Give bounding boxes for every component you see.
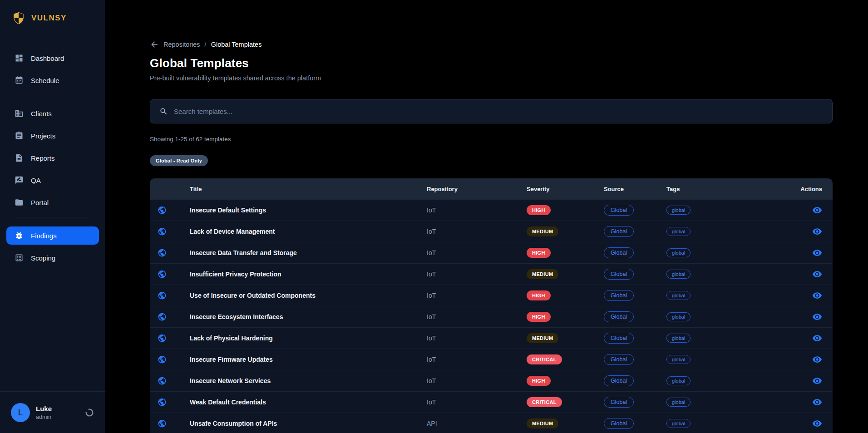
source-badge: Global [604, 290, 634, 301]
sidebar-item-label: Scoping [31, 254, 55, 262]
sidebar-item-reports[interactable]: Reports [6, 149, 99, 167]
page-subtitle: Pre-built vulnerability templates shared… [150, 74, 833, 82]
globe-icon [158, 206, 167, 215]
sidebar-item-qa[interactable]: QA [6, 171, 99, 189]
chat-edit-icon [15, 176, 24, 185]
table-row[interactable]: Use of Insecure or Outdated Components I… [150, 285, 833, 306]
table-row[interactable]: Insecure Firmware Updates IoT CRITICAL G… [150, 349, 833, 370]
table-row[interactable]: Weak Default Credentials IoT CRITICAL Gl… [150, 391, 833, 413]
table-row[interactable]: Insecure Data Transfer and Storage IoT H… [150, 242, 833, 263]
template-repository: IoT [427, 271, 527, 278]
template-title[interactable]: Insecure Data Transfer and Storage [190, 249, 427, 256]
globe-icon [158, 419, 167, 428]
view-icon[interactable] [812, 397, 822, 407]
view-icon[interactable] [812, 354, 822, 364]
spinner-icon [84, 408, 94, 418]
severity-badge: HIGH [527, 248, 551, 258]
list-icon [15, 253, 24, 262]
source-badge: Global [604, 375, 634, 386]
sidebar-item-projects[interactable]: Projects [6, 127, 99, 145]
app-logo: VULNSY [0, 0, 105, 36]
severity-badge: CRITICAL [527, 397, 562, 407]
sidebar-item-dashboard[interactable]: Dashboard [6, 49, 99, 67]
column-header-repository: Repository [427, 186, 527, 192]
view-icon[interactable] [812, 312, 822, 322]
breadcrumb-repositories[interactable]: Repositories [163, 41, 200, 48]
template-title[interactable]: Insecure Default Settings [190, 207, 427, 214]
search-icon [159, 107, 168, 116]
column-header-severity: Severity [527, 186, 604, 192]
view-icon[interactable] [812, 290, 822, 300]
table-body: Insecure Default Settings IoT HIGH Globa… [150, 199, 833, 433]
table-row[interactable]: Insecure Default Settings IoT HIGH Globa… [150, 199, 833, 221]
folder-icon [15, 198, 24, 207]
globe-icon [158, 376, 167, 385]
view-icon[interactable] [812, 248, 822, 258]
table-row[interactable]: Insecure Network Services IoT HIGH Globa… [150, 370, 833, 391]
table-row[interactable]: Unsafe Consumption of APIs API MEDIUM Gl… [150, 413, 833, 433]
sidebar-item-label: Clients [31, 110, 52, 118]
nav-divider [14, 217, 92, 217]
source-badge: Global [604, 418, 634, 429]
template-title[interactable]: Lack of Physical Hardening [190, 335, 427, 342]
template-title[interactable]: Insecure Network Services [190, 377, 427, 384]
view-icon[interactable] [812, 418, 822, 428]
building-icon [15, 109, 24, 118]
sidebar: VULNSY Dashboard Schedule Clients Projec… [0, 0, 105, 433]
tag-badge: global [666, 312, 690, 321]
template-title[interactable]: Use of Insecure or Outdated Components [190, 292, 427, 299]
globe-icon [158, 227, 167, 236]
tag-badge: global [666, 334, 690, 343]
table-row[interactable]: Lack of Physical Hardening IoT MEDIUM Gl… [150, 327, 833, 349]
template-repository: IoT [427, 313, 527, 320]
sidebar-item-label: Dashboard [31, 54, 64, 62]
sidebar-item-findings[interactable]: Findings [6, 226, 99, 245]
template-repository: IoT [427, 335, 527, 342]
view-icon[interactable] [812, 205, 822, 215]
column-header-source: Source [604, 186, 666, 192]
source-badge: Global [604, 333, 634, 344]
sidebar-item-scoping[interactable]: Scoping [6, 249, 99, 267]
template-title[interactable]: Weak Default Credentials [190, 399, 427, 406]
severity-badge: MEDIUM [527, 333, 558, 343]
sidebar-item-label: QA [31, 177, 41, 184]
template-title[interactable]: Lack of Device Management [190, 228, 427, 235]
sidebar-item-schedule[interactable]: Schedule [6, 71, 99, 89]
globe-icon [158, 291, 167, 300]
sidebar-item-label: Schedule [31, 77, 59, 84]
view-icon[interactable] [812, 226, 822, 236]
template-repository: IoT [427, 207, 527, 214]
view-icon[interactable] [812, 333, 822, 343]
sidebar-item-clients[interactable]: Clients [6, 104, 99, 123]
user-menu[interactable]: L Luke admin [0, 391, 105, 433]
sidebar-item-portal[interactable]: Portal [6, 193, 99, 212]
templates-table: Title Repository Severity Source Tags Ac… [150, 178, 833, 433]
template-title[interactable]: Insecure Firmware Updates [190, 356, 427, 363]
template-repository: IoT [427, 292, 527, 299]
main-content: Repositories / Global Templates Global T… [105, 0, 868, 433]
breadcrumb-separator: / [205, 41, 207, 48]
search-input[interactable] [174, 108, 823, 115]
template-repository: API [427, 420, 527, 427]
template-title[interactable]: Unsafe Consumption of APIs [190, 420, 427, 427]
breadcrumb-current: Global Templates [211, 41, 262, 48]
severity-badge: MEDIUM [527, 269, 558, 279]
sidebar-item-label: Findings [31, 232, 57, 240]
template-title[interactable]: Insufficient Privacy Protection [190, 271, 427, 278]
view-icon[interactable] [812, 376, 822, 386]
column-header-tags: Tags [666, 186, 757, 192]
table-row[interactable]: Insufficient Privacy Protection IoT MEDI… [150, 263, 833, 285]
table-row[interactable]: Insecure Ecosystem Interfaces IoT HIGH G… [150, 306, 833, 327]
severity-badge: HIGH [527, 312, 551, 322]
column-header-actions: Actions [757, 186, 833, 192]
source-badge: Global [604, 397, 634, 408]
back-arrow-icon[interactable] [150, 40, 159, 49]
severity-badge: HIGH [527, 205, 551, 215]
template-title[interactable]: Insecure Ecosystem Interfaces [190, 313, 427, 320]
view-icon[interactable] [812, 269, 822, 279]
table-row[interactable]: Lack of Device Management IoT MEDIUM Glo… [150, 221, 833, 242]
globe-icon [158, 312, 167, 321]
template-repository: IoT [427, 399, 527, 406]
tag-badge: global [666, 419, 690, 428]
tag-badge: global [666, 227, 690, 236]
